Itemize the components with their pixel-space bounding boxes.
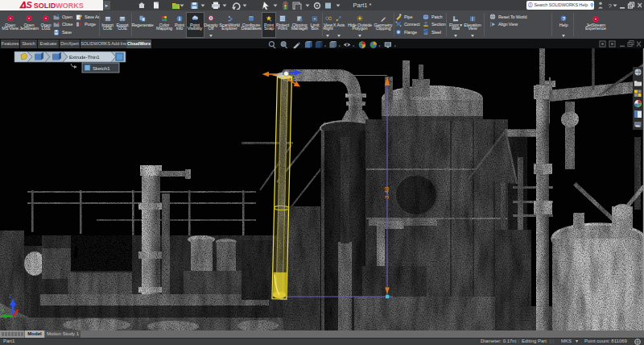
- svg-text:?: ?: [609, 2, 613, 10]
- svg-text:Y: Y: [1, 308, 5, 314]
- svg-text:Sketch1: Sketch1: [93, 66, 110, 71]
- svg-text:?: ?: [563, 16, 566, 21]
- svg-text:Z: Z: [9, 293, 12, 299]
- svg-text:Extrude-Thin1: Extrude-Thin1: [69, 55, 100, 60]
- svg-text:3.48: 3.48: [383, 186, 390, 199]
